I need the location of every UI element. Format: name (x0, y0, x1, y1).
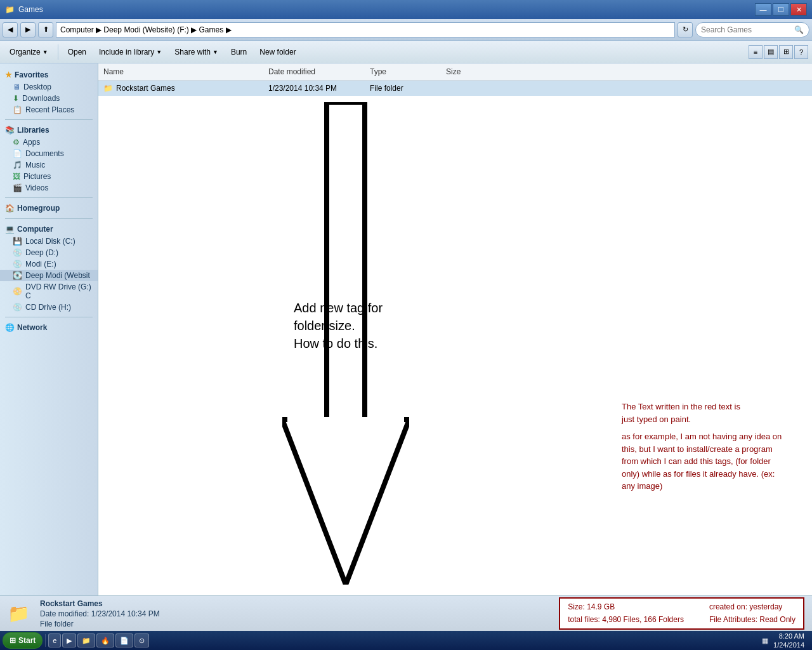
col-size-header[interactable]: Size (441, 66, 492, 77)
localdisk-label: Local Disk (C:) (25, 237, 75, 246)
table-row[interactable]: 📁 Rockstart Games 1/23/2014 10:34 PM Fil… (98, 81, 812, 96)
apps-label: Apps (23, 138, 40, 147)
sidebar-item-deep[interactable]: 💿 Deep (D:) (0, 247, 98, 258)
maximize-button[interactable]: ☐ (773, 3, 789, 16)
sidebar-divider-4 (5, 317, 93, 317)
sidebar-item-modi[interactable]: 💿 Modi (E:) (0, 258, 98, 270)
network-icon: 🌐 (5, 323, 15, 332)
back-button[interactable]: ◀ (3, 22, 18, 37)
include-library-button[interactable]: Include in library ▼ (93, 43, 167, 61)
sidebar-computer-section: 💻 Computer 💾 Local Disk (C:) 💿 Deep (D:)… (0, 223, 98, 313)
share-with-label: Share with (174, 48, 211, 56)
sidebar-item-music[interactable]: 🎵 Music (0, 159, 98, 171)
sidebar-homegroup-header[interactable]: 🏠 Homegroup (0, 202, 98, 215)
up-button[interactable]: ⬆ (38, 22, 53, 37)
sidebar-network-header[interactable]: 🌐 Network (0, 321, 98, 334)
sidebar-item-cd[interactable]: 💿 CD Drive (H:) (0, 302, 98, 313)
sidebar-divider-3 (5, 218, 93, 219)
svg-marker-1 (282, 420, 409, 585)
burn-button[interactable]: Burn (225, 43, 252, 61)
recent-icon: 📋 (13, 105, 22, 114)
favorites-label: Favorites (15, 70, 48, 79)
taskbar-media-button[interactable]: ▶ (62, 633, 76, 647)
sidebar-item-desktop[interactable]: 🖥 Desktop (0, 81, 98, 93)
tag-left: Size: 14.9 GB total files: 4,980 Files, … (568, 601, 684, 625)
sidebar: ★ Favorites 🖥 Desktop ⬇ Downloads 📋 Rece… (0, 63, 98, 595)
media-icon: ▶ (67, 637, 72, 645)
new-folder-label: New folder (259, 48, 296, 56)
red-text-para: as for example, I am not having any idea… (622, 430, 787, 493)
file-type-cell: File folder (365, 83, 441, 94)
sidebar-item-documents[interactable]: 📄 Documents (0, 148, 98, 159)
sidebar-item-deepmodi[interactable]: 💽 Deep Modi (Websit (0, 270, 98, 281)
taskbar-explorer-button[interactable]: 📁 (77, 633, 95, 647)
sidebar-favorites-section: ★ Favorites 🖥 Desktop ⬇ Downloads 📋 Rece… (0, 69, 98, 116)
address-bar: ◀ ▶ ⬆ Computer ▶ Deep Modi (Website) (F:… (0, 19, 812, 41)
taskbar-doc-button[interactable]: 📄 (115, 633, 133, 647)
apps-icon: ⚙ (13, 138, 20, 147)
close-button[interactable]: ✕ (790, 3, 807, 16)
sidebar-item-dvdrw[interactable]: 📀 DVD RW Drive (G:) C (0, 281, 98, 302)
sidebar-item-apps[interactable]: ⚙ Apps (0, 136, 98, 148)
forward-button[interactable]: ▶ (20, 22, 36, 37)
red-text-line2: just typed on paint. (622, 415, 691, 424)
include-library-arrow-icon: ▼ (156, 49, 162, 55)
start-button[interactable]: ⊞ Start (3, 632, 43, 649)
desktop-label: Desktop (23, 83, 51, 91)
help-button[interactable]: ? (794, 45, 808, 59)
col-name-header[interactable]: Name (98, 66, 263, 77)
organize-button[interactable]: Organize ▼ (4, 43, 54, 61)
taskbar-chrome-button[interactable]: ⊙ (134, 633, 149, 647)
documents-icon: 📄 (13, 149, 22, 158)
col-date-header[interactable]: Date modified (263, 66, 365, 77)
documents-label: Documents (25, 149, 64, 158)
status-folder-icon: 📁 (8, 603, 30, 624)
taskbar-sep-1 (45, 634, 46, 647)
sidebar-divider-1 (5, 119, 93, 120)
file-date-cell: 1/23/2014 10:34 PM (263, 83, 365, 94)
search-input[interactable] (701, 25, 794, 34)
doc-icon: 📄 (120, 637, 129, 645)
file-size-cell (441, 87, 492, 90)
status-folder-type: File folder (40, 620, 160, 628)
downloads-label: Downloads (22, 94, 60, 103)
sidebar-network-section: 🌐 Network (0, 321, 98, 334)
desktop-icon: 🖥 (13, 83, 20, 91)
col-type-header[interactable]: Type (365, 66, 441, 77)
new-folder-button[interactable]: New folder (254, 43, 301, 61)
title-bar: 📁 Games — ☐ ✕ (0, 0, 812, 19)
share-with-button[interactable]: Share with ▼ (169, 43, 224, 61)
red-annotation-text: The Text written in the red text is just… (622, 401, 787, 493)
show-desktop-icon[interactable]: ▦ (762, 637, 768, 645)
view-buttons: ≡ ▤ ⊞ ? (749, 45, 808, 59)
address-path[interactable]: Computer ▶ Deep Modi (Website) (F:) ▶ Ga… (56, 22, 675, 37)
chrome-icon: ⊙ (139, 637, 145, 645)
sidebar-item-downloads[interactable]: ⬇ Downloads (0, 93, 98, 104)
tag-files-label: total files: 4,980 Files, 166 Folders (568, 614, 684, 626)
view-icon-button[interactable]: ⊞ (779, 45, 793, 59)
taskbar-ie-button[interactable]: e (48, 633, 61, 647)
view-list-button[interactable]: ≡ (749, 45, 763, 59)
search-box[interactable]: 🔍 (695, 22, 809, 37)
sidebar-item-pictures[interactable]: 🖼 Pictures (0, 171, 98, 182)
minimize-button[interactable]: — (755, 3, 771, 16)
homegroup-label: Homegroup (17, 204, 60, 213)
libraries-label: Libraries (17, 126, 49, 135)
open-button[interactable]: Open (62, 43, 92, 61)
file-name-cell: 📁 Rockstart Games (98, 83, 263, 94)
sidebar-item-recent[interactable]: 📋 Recent Places (0, 104, 98, 116)
svg-rect-2 (287, 417, 404, 425)
sidebar-item-localdisk[interactable]: 💾 Local Disk (C:) (0, 235, 98, 247)
annotation-text: Add new tag for folder size. How to do t… (294, 299, 402, 352)
refresh-button[interactable]: ↻ (678, 22, 693, 37)
deep-icon: 💿 (13, 248, 22, 257)
taskbar-firefox-button[interactable]: 🔥 (96, 633, 114, 647)
videos-icon: 🎬 (13, 183, 22, 192)
modi-icon: 💿 (13, 260, 22, 269)
windows-orb-icon: ⊞ (10, 636, 16, 645)
sidebar-item-videos[interactable]: 🎬 Videos (0, 182, 98, 194)
sidebar-libraries-header: 📚 Libraries (0, 124, 98, 136)
view-detail-button[interactable]: ▤ (764, 45, 778, 59)
title-bar-left: 📁 Games (5, 5, 43, 14)
status-folder-name: Rockstart Games (40, 599, 160, 608)
